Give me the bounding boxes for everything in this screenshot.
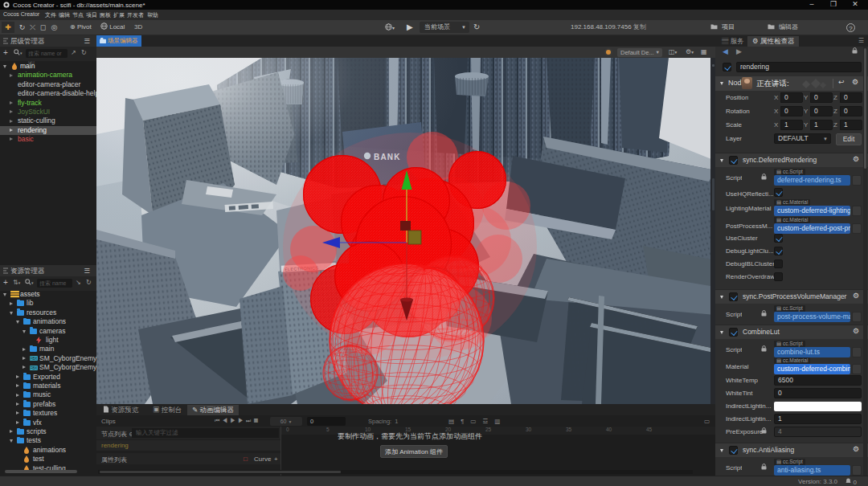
svg-text:FBX: FBX	[31, 366, 38, 370]
svg-text:FBX: FBX	[31, 357, 38, 361]
